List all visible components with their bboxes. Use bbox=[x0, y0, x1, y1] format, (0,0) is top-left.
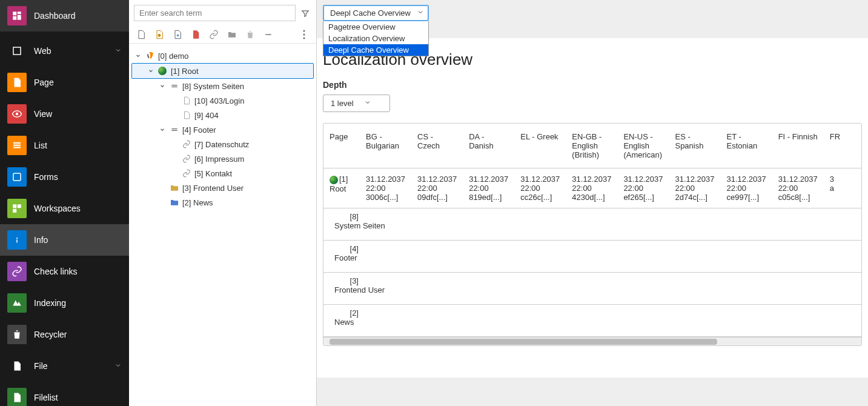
svg-rect-8 bbox=[13, 147, 21, 148]
table-row: [2]News bbox=[323, 305, 862, 337]
tree-toggle-icon[interactable] bbox=[134, 53, 142, 59]
tree-filter-icon[interactable] bbox=[299, 7, 311, 19]
tree-node[interactable]: [5] Kontakt bbox=[131, 166, 314, 181]
sidebar-item-info[interactable]: Info bbox=[0, 224, 129, 256]
sidebar-item-filelist[interactable]: Filelist bbox=[0, 382, 129, 406]
new-page-red-icon[interactable] bbox=[190, 28, 202, 41]
chevron-down-icon bbox=[417, 8, 424, 18]
table-header-cell: DA - Danish bbox=[463, 124, 514, 168]
svg-point-5 bbox=[16, 113, 19, 116]
svg-rect-7 bbox=[13, 145, 21, 146]
sidebar-group-web[interactable]: Web bbox=[0, 35, 129, 67]
view-option[interactable]: Localization Overview bbox=[323, 33, 428, 44]
sidebar-dashboard-label: Dashboard bbox=[34, 11, 122, 21]
tree-toggle-icon[interactable] bbox=[158, 83, 167, 89]
tree-node[interactable]: [0] demo bbox=[131, 48, 314, 63]
trash-icon[interactable] bbox=[244, 28, 256, 41]
view-option[interactable]: Pagetree Overview bbox=[323, 21, 428, 33]
depth-select[interactable]: 1 level bbox=[323, 95, 390, 112]
sidebar-dashboard[interactable]: Dashboard bbox=[0, 0, 129, 32]
svg-rect-4 bbox=[13, 47, 21, 55]
svg-rect-3 bbox=[13, 16, 16, 20]
page-cell: [4]Footer bbox=[323, 241, 862, 273]
sidebar-item-view[interactable]: View bbox=[0, 98, 129, 130]
tree-node[interactable]: [2] News bbox=[131, 195, 314, 210]
svg-rect-2 bbox=[18, 15, 21, 20]
table-header-cell: FR bbox=[824, 124, 862, 168]
sidebar-item-forms[interactable]: Forms bbox=[0, 161, 129, 193]
tree-node[interactable]: [10] 403/Login bbox=[131, 93, 314, 108]
tree-toggle-icon[interactable] bbox=[158, 127, 167, 133]
tree-node[interactable]: [1] Root bbox=[131, 63, 314, 79]
checklinks-icon bbox=[7, 262, 27, 281]
tree-search-input[interactable] bbox=[134, 5, 296, 21]
tree-node[interactable]: [3] Frontend User bbox=[131, 181, 314, 195]
sidebar-item-check-links[interactable]: Check links bbox=[0, 256, 129, 287]
svg-rect-6 bbox=[13, 142, 21, 144]
depth-select-value: 1 level bbox=[331, 99, 354, 108]
svg-point-19 bbox=[303, 34, 305, 36]
sidebar-item-page[interactable]: Page bbox=[0, 67, 129, 98]
table-row: [4]Footer bbox=[323, 241, 862, 273]
page-cell: [3]Frontend User bbox=[323, 273, 862, 305]
folder-icon[interactable] bbox=[226, 28, 238, 41]
link-icon[interactable] bbox=[208, 28, 220, 41]
page-tree: [0] demo[1] Root[8] System Seiten[10] 40… bbox=[129, 44, 316, 215]
svg-rect-10 bbox=[13, 204, 16, 208]
tree-node[interactable]: [6] Impressum bbox=[131, 151, 314, 166]
more-icon[interactable] bbox=[298, 28, 310, 41]
svg-point-20 bbox=[303, 38, 305, 39]
tree-node[interactable]: [4] Footer bbox=[131, 122, 314, 137]
sidebar-item-recycler[interactable]: Recycler bbox=[0, 319, 129, 350]
new-page-icon[interactable] bbox=[135, 28, 147, 41]
cache-cell: 31.12.2037 22:003006c[...] bbox=[360, 168, 411, 208]
info-icon bbox=[7, 230, 27, 250]
folder-fe-icon bbox=[169, 182, 180, 193]
page-cell: [8]System Seiten bbox=[323, 208, 862, 241]
sidebar-group-file[interactable]: File bbox=[0, 350, 129, 382]
file-icon bbox=[7, 356, 27, 376]
cache-cell: 31.12.2037 22:004230d[...] bbox=[566, 168, 617, 208]
svg-rect-14 bbox=[16, 239, 18, 242]
table-row: [8]System Seiten bbox=[323, 208, 862, 241]
table-header-row: PageBG - BulgarianCS - CzechDA - DanishE… bbox=[323, 124, 862, 168]
recycler-icon bbox=[7, 325, 27, 344]
page-icon bbox=[181, 110, 192, 121]
separator-icon[interactable] bbox=[262, 28, 274, 41]
sep-icon bbox=[169, 81, 180, 92]
view-selector-dropdown: Pagetree OverviewLocalization OverviewDe… bbox=[323, 21, 429, 56]
web-icon bbox=[7, 41, 27, 61]
new-page-arrow-icon[interactable] bbox=[171, 28, 184, 41]
cache-cell: 31.12.2037 22:002d74c[...] bbox=[669, 168, 720, 208]
localization-table: PageBG - BulgarianCS - CzechDA - DanishE… bbox=[323, 124, 862, 337]
view-icon bbox=[7, 104, 27, 124]
table-body: [1]Root31.12.2037 22:003006c[...]31.12.2… bbox=[323, 168, 862, 337]
page-cell: [2]News bbox=[323, 305, 862, 337]
svg-rect-12 bbox=[13, 209, 16, 213]
table-header-cell: EN-US - English (American) bbox=[617, 124, 669, 168]
filelist-icon bbox=[7, 388, 27, 406]
chevron-down-icon bbox=[114, 46, 122, 56]
table-header-cell: Page bbox=[323, 124, 360, 168]
new-page-star-icon[interactable] bbox=[153, 28, 165, 41]
sidebar-item-list[interactable]: List bbox=[0, 130, 129, 161]
table-row: [1]Root31.12.2037 22:003006c[...]31.12.2… bbox=[323, 168, 862, 208]
tree-node[interactable]: [8] System Seiten bbox=[131, 79, 314, 93]
view-selector[interactable]: Deepl Cache Overview Pagetree OverviewLo… bbox=[323, 5, 429, 21]
tree-toggle-icon[interactable] bbox=[147, 68, 155, 74]
table-header-cell: BG - Bulgarian bbox=[360, 124, 411, 168]
view-option[interactable]: Deepl Cache Overview bbox=[323, 44, 428, 56]
tree-search-row bbox=[129, 0, 316, 26]
workspaces-icon bbox=[7, 199, 27, 218]
horizontal-scrollbar[interactable] bbox=[323, 337, 861, 345]
sidebar-item-workspaces[interactable]: Workspaces bbox=[0, 193, 129, 224]
tree-toolbar bbox=[129, 26, 316, 44]
typo3-icon bbox=[145, 50, 156, 61]
tree-node[interactable]: [7] Datenschutz bbox=[131, 137, 314, 151]
tree-node[interactable]: [9] 404 bbox=[131, 108, 314, 122]
content-area: Deepl Cache Overview Pagetree OverviewLo… bbox=[317, 0, 868, 406]
svg-rect-9 bbox=[13, 173, 21, 181]
svg-point-13 bbox=[16, 238, 18, 239]
sidebar-item-indexing[interactable]: Indexing bbox=[0, 287, 129, 319]
svg-rect-0 bbox=[13, 12, 16, 15]
